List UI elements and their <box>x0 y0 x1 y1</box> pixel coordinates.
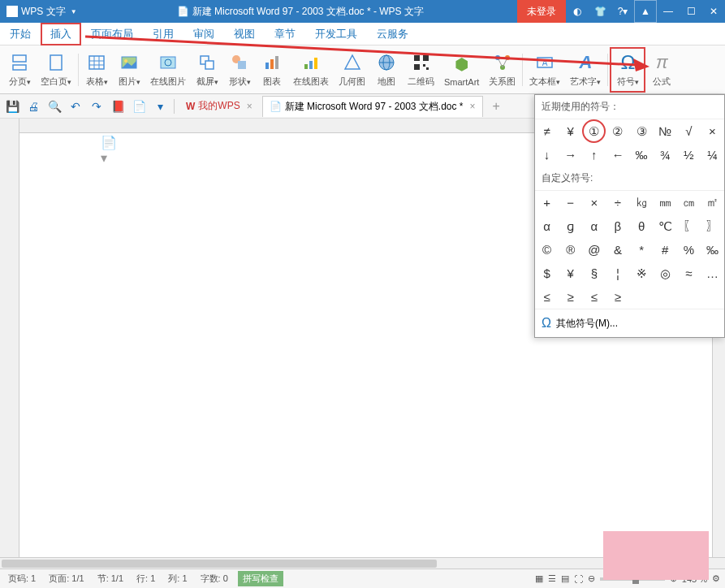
ribbon-online-pic[interactable]: 在线图片 <box>145 47 191 93</box>
symbol-custom-34[interactable]: ≤ <box>582 285 606 309</box>
close-tab-icon[interactable]: × <box>247 101 252 112</box>
status-page-code[interactable]: 页码: 1 <box>5 573 39 585</box>
ribbon-picture[interactable]: 图片▾ <box>113 47 145 93</box>
redo-icon[interactable]: ↷ <box>88 97 106 115</box>
symbol-recent-4[interactable]: ③ <box>630 119 654 143</box>
ribbon-chart[interactable]: 图表 <box>256 47 288 93</box>
page-options-icon[interactable]: 📄▾ <box>101 135 114 151</box>
tab-home[interactable]: W 我的WPS × <box>179 96 259 117</box>
symbol-recent-1[interactable]: ¥ <box>559 119 582 143</box>
symbol-recent-6[interactable]: √ <box>677 119 701 143</box>
symbol-custom-3[interactable]: ÷ <box>606 191 629 214</box>
symbol-recent-0[interactable]: ≠ <box>535 119 559 143</box>
symbol-custom-33[interactable]: ≥ <box>559 285 582 309</box>
zoom-out-icon[interactable]: ⊖ <box>588 573 595 584</box>
ribbon-relation[interactable]: 关系图 <box>484 47 520 93</box>
symbol-custom-6[interactable]: ㎝ <box>677 191 701 214</box>
close-tab-icon[interactable]: × <box>470 101 476 112</box>
ribbon-table[interactable]: 表格▾ <box>80 47 113 93</box>
symbol-custom-29[interactable]: ◎ <box>654 262 677 285</box>
symbol-custom-1[interactable]: − <box>559 191 582 214</box>
help-icon[interactable]: ?▾ <box>611 0 634 23</box>
symbol-custom-12[interactable]: θ <box>630 214 654 238</box>
symbol-custom-14[interactable]: 〖 <box>677 214 701 238</box>
print-icon[interactable]: 🖨 <box>24 97 42 115</box>
status-page[interactable]: 页面: 1/1 <box>45 573 87 585</box>
undo-icon[interactable]: ↶ <box>67 97 84 115</box>
tab-document[interactable]: 📄 新建 Microsoft Word 97 - 2003 文档.doc * × <box>262 96 483 117</box>
symbol-custom-18[interactable]: @ <box>582 238 606 262</box>
spell-check-button[interactable]: 拼写检查 <box>238 571 283 586</box>
menu-item-3[interactable]: 引用 <box>143 23 183 45</box>
symbol-custom-0[interactable]: + <box>535 191 559 214</box>
ribbon-formula[interactable]: π公式 <box>645 47 678 93</box>
close-icon[interactable]: ✕ <box>702 0 725 23</box>
symbol-custom-4[interactable]: ㎏ <box>630 191 654 214</box>
symbol-custom-11[interactable]: β <box>606 214 629 238</box>
symbol-recent-11[interactable]: ← <box>606 143 629 166</box>
ribbon-symbol[interactable]: Ω符号▾ <box>610 47 645 93</box>
status-col[interactable]: 列: 1 <box>165 573 190 585</box>
ribbon-wordart[interactable]: A艺术字▾ <box>565 47 606 93</box>
symbol-custom-7[interactable]: ㎡ <box>701 191 724 214</box>
symbol-custom-5[interactable]: ㎜ <box>654 191 677 214</box>
symbol-recent-12[interactable]: ‰ <box>630 143 654 166</box>
view-print-icon[interactable]: ▦ <box>535 573 543 584</box>
menu-item-5[interactable]: 视图 <box>224 23 265 45</box>
ribbon-screenshot[interactable]: 截屏▾ <box>191 47 223 93</box>
menu-item-2[interactable]: 页面布局 <box>81 23 143 45</box>
symbol-custom-22[interactable]: % <box>677 238 701 262</box>
ribbon-smartart[interactable]: ⬢SmartArt <box>439 47 484 93</box>
more-qat-icon[interactable]: ▾ <box>151 97 169 115</box>
view-outline-icon[interactable]: ☰ <box>548 573 556 584</box>
view-web-icon[interactable]: ▤ <box>561 573 569 584</box>
menu-item-1[interactable]: 插入 <box>41 23 81 45</box>
status-section[interactable]: 节: 1/1 <box>94 573 127 585</box>
symbol-recent-14[interactable]: ½ <box>677 143 701 166</box>
symbol-recent-9[interactable]: → <box>559 143 582 166</box>
symbol-custom-10[interactable]: α <box>582 214 606 238</box>
minimize-icon[interactable]: — <box>657 0 680 23</box>
ribbon-toggle-icon[interactable]: ▲ <box>634 0 657 23</box>
status-line[interactable]: 行: 1 <box>133 573 158 585</box>
symbol-custom-2[interactable]: × <box>582 191 606 214</box>
symbol-recent-13[interactable]: ¾ <box>654 143 677 166</box>
skin-icon[interactable]: ◐ <box>566 0 589 23</box>
menu-item-8[interactable]: 云服务 <box>367 23 418 45</box>
symbol-custom-9[interactable]: ɡ <box>559 214 582 238</box>
maximize-icon[interactable]: ☐ <box>680 0 702 23</box>
symbol-custom-26[interactable]: § <box>582 262 606 285</box>
symbol-recent-10[interactable]: ↑ <box>582 143 606 166</box>
export-pdf-icon[interactable]: 📕 <box>109 97 127 115</box>
symbol-recent-8[interactable]: ↓ <box>535 143 559 166</box>
ribbon-qrcode[interactable]: 二维码 <box>403 47 439 93</box>
symbol-custom-16[interactable]: © <box>535 238 559 262</box>
symbol-custom-20[interactable]: * <box>630 238 654 262</box>
symbol-custom-25[interactable]: ¥ <box>559 262 582 285</box>
symbol-custom-13[interactable]: ℃ <box>654 214 677 238</box>
ribbon-page-break[interactable]: 分页▾ <box>3 47 36 93</box>
zoom-menu-icon[interactable]: ⚙ <box>712 573 720 584</box>
ribbon-shapes[interactable]: 形状▾ <box>223 47 256 93</box>
more-symbols-button[interactable]: Ω 其他符号(M)... <box>535 309 724 337</box>
symbol-custom-24[interactable]: $ <box>535 262 559 285</box>
symbol-custom-21[interactable]: # <box>654 238 677 262</box>
theme-icon[interactable]: 👕 <box>589 0 611 23</box>
symbol-recent-5[interactable]: № <box>654 119 677 143</box>
status-words[interactable]: 字数: 0 <box>197 573 231 585</box>
menu-item-7[interactable]: 开发工具 <box>305 23 367 45</box>
symbol-custom-15[interactable]: 〗 <box>701 214 724 238</box>
menu-item-4[interactable]: 审阅 <box>183 23 224 45</box>
symbol-custom-30[interactable]: ≈ <box>677 262 701 285</box>
scroll-thumb[interactable] <box>2 560 437 568</box>
login-button[interactable]: 未登录 <box>517 0 566 23</box>
symbol-recent-3[interactable]: ② <box>606 119 629 143</box>
symbol-custom-19[interactable]: & <box>606 238 629 262</box>
ribbon-geometry[interactable]: 几何图 <box>334 47 370 93</box>
save-icon[interactable]: 💾 <box>3 97 21 115</box>
ribbon-blank-page[interactable]: 空白页▾ <box>36 47 76 93</box>
symbol-custom-23[interactable]: ‰ <box>701 238 724 262</box>
menu-item-6[interactable]: 章节 <box>265 23 305 45</box>
symbol-custom-8[interactable]: α <box>535 214 559 238</box>
preview-icon[interactable]: 🔍 <box>45 97 63 115</box>
